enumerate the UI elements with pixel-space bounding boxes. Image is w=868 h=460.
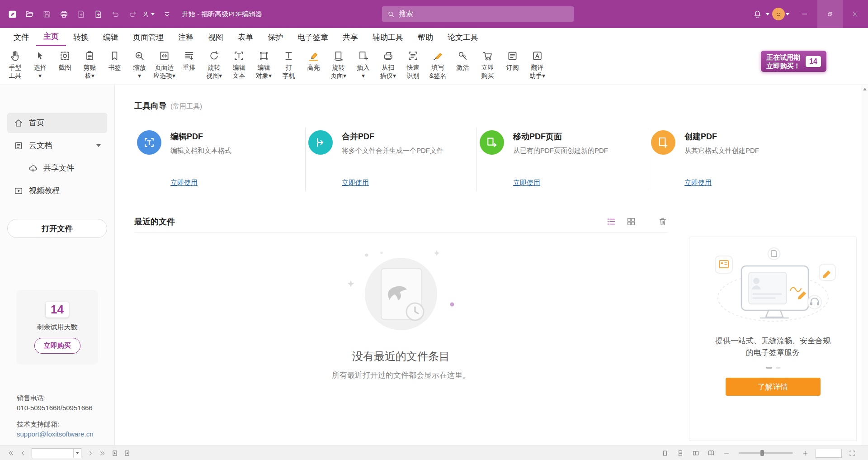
- expand-caret-icon[interactable]: [96, 144, 101, 147]
- menu-convert[interactable]: 转换: [66, 28, 96, 46]
- menu-view[interactable]: 视图: [201, 28, 231, 46]
- card-move-pdf-pages[interactable]: 移动PDF页面 从已有的PDF页面创建新的PDF 立即使用: [477, 124, 648, 191]
- carousel-dot[interactable]: [776, 367, 780, 369]
- next-view-button[interactable]: [121, 448, 133, 459]
- ribbon-tool-edit-text[interactable]: 编辑 文本: [226, 48, 251, 80]
- ribbon-tool-clipboard[interactable]: 剪贴 板▾: [77, 48, 102, 80]
- card-edit-pdf[interactable]: 编辑PDF 编辑文档和文本格式 立即使用: [134, 124, 305, 191]
- fullscreen-button[interactable]: [847, 448, 857, 458]
- previous-view-button[interactable]: [108, 448, 121, 459]
- menu-paper-tools[interactable]: 论文工具: [440, 28, 486, 46]
- sidebar-item-shared-files[interactable]: 共享文件: [7, 158, 107, 178]
- zoom-slider[interactable]: [739, 452, 793, 454]
- ribbon-tool-subscribe[interactable]: 订阅: [500, 48, 525, 71]
- carousel-dot-active[interactable]: [766, 367, 772, 369]
- ribbon-tool-select[interactable]: 选择 ▾: [28, 48, 52, 80]
- open-file-sidebar-button[interactable]: 打开文件: [7, 219, 107, 238]
- menu-home[interactable]: 主页: [36, 28, 66, 46]
- use-now-link[interactable]: 立即使用: [342, 179, 369, 186]
- sidebar-item-cloud-docs[interactable]: 云文档: [7, 135, 107, 156]
- continuous-view-button[interactable]: [675, 448, 685, 458]
- ribbon-tool-rotate-view[interactable]: 旋转 视图▾: [202, 48, 226, 80]
- save-button[interactable]: [39, 6, 54, 22]
- ribbon-tool-reflow[interactable]: 重排: [177, 48, 202, 71]
- menu-help[interactable]: 帮助: [410, 28, 440, 46]
- ribbon-tool-from-scanner[interactable]: 从扫 描仪▾: [376, 48, 401, 80]
- menu-protect[interactable]: 保护: [260, 28, 290, 46]
- undo-button[interactable]: [108, 6, 123, 22]
- use-now-link[interactable]: 立即使用: [513, 179, 540, 186]
- page-dropdown-button[interactable]: [73, 449, 81, 458]
- print-button[interactable]: [56, 6, 71, 22]
- ribbon-tool-edit-object[interactable]: 编辑 对象▾: [251, 48, 276, 80]
- zoom-slider-thumb[interactable]: [760, 450, 764, 456]
- ribbon-tool-zoom[interactable]: 缩放 ▾: [127, 48, 152, 80]
- zoom-percent-box[interactable]: [816, 449, 842, 458]
- toolbar-options-button[interactable]: [159, 6, 175, 22]
- ribbon-tool-translate[interactable]: 翻译 助手▾: [525, 48, 550, 80]
- page-number-box[interactable]: [32, 448, 81, 458]
- restore-button[interactable]: [817, 0, 843, 28]
- ribbon-tool-hand-tool[interactable]: 手型 工具: [3, 48, 28, 80]
- ribbon-tool-bookmark[interactable]: 书签: [102, 48, 127, 71]
- card-create-pdf[interactable]: 创建PDF 从其它格式文件创建PDF 立即使用: [648, 124, 819, 191]
- trash-icon[interactable]: [658, 217, 668, 227]
- ribbon-tool-page-fit[interactable]: 页面适 应选项▾: [152, 48, 177, 80]
- support-email-link[interactable]: support@foxitsoftware.cn: [17, 429, 93, 439]
- scrollbar-up-arrow-icon[interactable]: [861, 85, 868, 93]
- buy-now-pill-button[interactable]: 立即购买: [34, 338, 80, 354]
- use-now-link[interactable]: 立即使用: [684, 179, 712, 186]
- menu-comment[interactable]: 注释: [171, 28, 201, 46]
- facing-view-button[interactable]: [691, 448, 701, 458]
- previous-page-button[interactable]: [17, 448, 29, 459]
- ribbon-tool-typewriter[interactable]: 打 字机: [276, 48, 301, 80]
- ribbon-tool-rotate-pages[interactable]: 旋转 页面▾: [326, 48, 351, 80]
- content-scrollbar[interactable]: [861, 85, 868, 446]
- ribbon-tool-buy-now[interactable]: 立即 购买: [475, 48, 500, 80]
- list-view-icon[interactable]: [606, 217, 616, 227]
- ribbon-tool-activate[interactable]: 激活: [450, 48, 475, 71]
- sidebar-item-video-tutorials[interactable]: 视频教程: [7, 180, 107, 201]
- ribbon-tool-snapshot[interactable]: 截图: [52, 48, 77, 71]
- use-now-link[interactable]: 立即使用: [170, 179, 198, 186]
- minimize-button[interactable]: [792, 0, 817, 28]
- zoom-percent-input[interactable]: [816, 450, 841, 458]
- search-input[interactable]: [399, 10, 568, 18]
- titlebar-right: [750, 0, 868, 28]
- account-caret-icon[interactable]: [786, 13, 789, 15]
- next-page-button[interactable]: [84, 448, 96, 459]
- ribbon-tool-insert[interactable]: 插入 ▾: [351, 48, 376, 80]
- menu-esign[interactable]: 电子签章: [290, 28, 335, 46]
- close-button[interactable]: [843, 0, 868, 28]
- menu-file[interactable]: 文件: [6, 28, 36, 46]
- menu-edit[interactable]: 编辑: [96, 28, 126, 46]
- book-view-button[interactable]: [706, 448, 716, 458]
- user-avatar[interactable]: [772, 8, 785, 20]
- ribbon-tool-quick-ocr[interactable]: 快速 识别: [401, 48, 425, 80]
- sidebar-item-home[interactable]: 首页: [7, 113, 107, 133]
- page-number-input[interactable]: [32, 449, 73, 458]
- redo-button[interactable]: [125, 6, 140, 22]
- export-button[interactable]: [73, 6, 89, 22]
- quick-sign-button[interactable]: [142, 6, 157, 22]
- menu-share[interactable]: 共享: [335, 28, 365, 46]
- card-merge-pdf[interactable]: 合并PDF 将多个文件合并生成一个PDF文件 立即使用: [306, 124, 476, 191]
- first-page-button[interactable]: [5, 448, 17, 459]
- share-file-button[interactable]: [90, 6, 106, 22]
- single-page-view-button[interactable]: [660, 448, 670, 458]
- notifications-button[interactable]: [750, 6, 765, 22]
- notifications-caret-icon[interactable]: [766, 13, 769, 15]
- learn-more-button[interactable]: 了解详情: [726, 378, 821, 396]
- open-file-button[interactable]: [22, 6, 37, 22]
- menu-accessibility[interactable]: 辅助工具: [365, 28, 410, 46]
- zoom-out-button[interactable]: [722, 448, 731, 458]
- zoom-in-button[interactable]: [800, 448, 810, 458]
- last-page-button[interactable]: [96, 448, 108, 459]
- trial-banner[interactable]: 正在试用期 立即购买！ 14: [761, 51, 826, 72]
- ribbon-tool-fill-sign[interactable]: 填写 &签名: [425, 48, 450, 80]
- menu-form[interactable]: 表单: [231, 28, 260, 46]
- search-box[interactable]: [382, 6, 574, 22]
- grid-view-icon[interactable]: [626, 217, 636, 227]
- ribbon-tool-highlight[interactable]: 高亮: [301, 48, 326, 71]
- menu-organize[interactable]: 页面管理: [126, 28, 171, 46]
